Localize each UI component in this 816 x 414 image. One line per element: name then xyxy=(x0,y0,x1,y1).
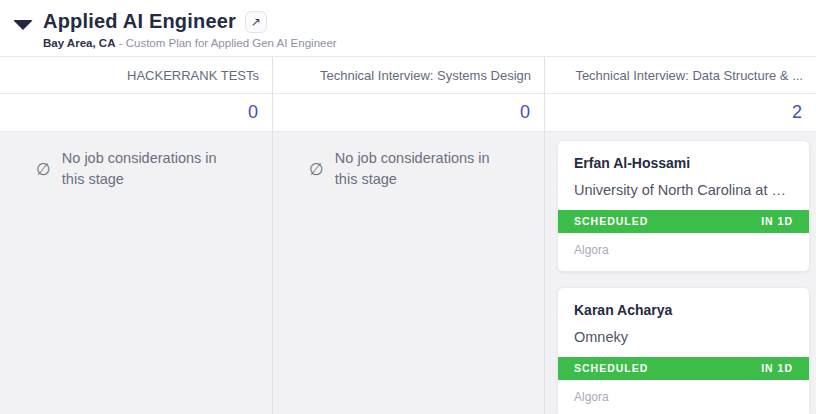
empty-state-text: No job considerations in this stage xyxy=(62,148,236,190)
status-timing: IN 1D xyxy=(761,362,793,375)
page-title: Applied AI Engineer xyxy=(43,10,236,33)
candidate-name: Erfan Al-Hossami xyxy=(558,141,809,172)
card-list: Erfan Al-Hossami University of North Car… xyxy=(545,132,816,414)
stage-count: 0 xyxy=(0,94,272,132)
stage-count: 0 xyxy=(273,94,544,132)
candidate-source: Algora xyxy=(558,380,809,414)
pipeline-board: HACKERRANK TESTs 0 ∅ No job consideratio… xyxy=(0,56,816,413)
candidate-card[interactable]: Karan Acharya Omneky SCHEDULED IN 1D Alg… xyxy=(557,287,810,414)
status-banner: SCHEDULED IN 1D xyxy=(558,357,809,380)
subtitle-separator: - xyxy=(119,37,123,49)
candidate-affiliation: Omneky xyxy=(558,319,809,357)
external-link-button[interactable]: ↗ xyxy=(245,11,267,33)
stage-column-systems-design: Technical Interview: Systems Design 0 ∅ … xyxy=(272,57,544,414)
stage-count: 2 xyxy=(545,94,816,132)
empty-state: ∅ No job considerations in this stage xyxy=(273,132,544,190)
candidate-card[interactable]: Erfan Al-Hossami University of North Car… xyxy=(557,140,810,272)
stage-body: Erfan Al-Hossami University of North Car… xyxy=(545,132,816,414)
stage-header-label: Technical Interview: Data Structure & ..… xyxy=(545,57,816,94)
job-header-text: Applied AI Engineer ↗ Bay Area, CA - Cus… xyxy=(43,10,337,50)
stage-body: ∅ No job considerations in this stage xyxy=(0,132,272,414)
stage-column-data-structures: Technical Interview: Data Structure & ..… xyxy=(544,57,816,414)
stage-header-label: Technical Interview: Systems Design xyxy=(273,57,544,94)
job-subtitle: Bay Area, CA - Custom Plan for Applied G… xyxy=(43,36,337,50)
job-location: Bay Area, CA xyxy=(43,37,115,49)
job-header: Applied AI Engineer ↗ Bay Area, CA - Cus… xyxy=(0,0,816,56)
stage-column-hackerrank-tests: HACKERRANK TESTs 0 ∅ No job consideratio… xyxy=(0,57,272,414)
collapse-toggle[interactable] xyxy=(12,15,34,35)
external-link-icon: ↗ xyxy=(251,16,261,28)
chevron-down-icon xyxy=(13,20,33,30)
candidate-name: Karan Acharya xyxy=(558,288,809,319)
stage-header-label: HACKERRANK TESTs xyxy=(0,57,272,94)
status-label: SCHEDULED xyxy=(574,215,648,228)
stage-body: ∅ No job considerations in this stage xyxy=(273,132,544,414)
job-plan-label: Custom Plan for Applied Gen AI Engineer xyxy=(126,37,337,49)
status-banner: SCHEDULED IN 1D xyxy=(558,210,809,233)
empty-set-icon: ∅ xyxy=(36,159,51,180)
empty-state: ∅ No job considerations in this stage xyxy=(0,132,272,190)
candidate-source: Algora xyxy=(558,233,809,271)
status-label: SCHEDULED xyxy=(574,362,648,375)
empty-set-icon: ∅ xyxy=(309,159,324,180)
status-timing: IN 1D xyxy=(761,215,793,228)
empty-state-text: No job considerations in this stage xyxy=(335,148,508,190)
candidate-affiliation: University of North Carolina at Char... xyxy=(558,172,809,210)
